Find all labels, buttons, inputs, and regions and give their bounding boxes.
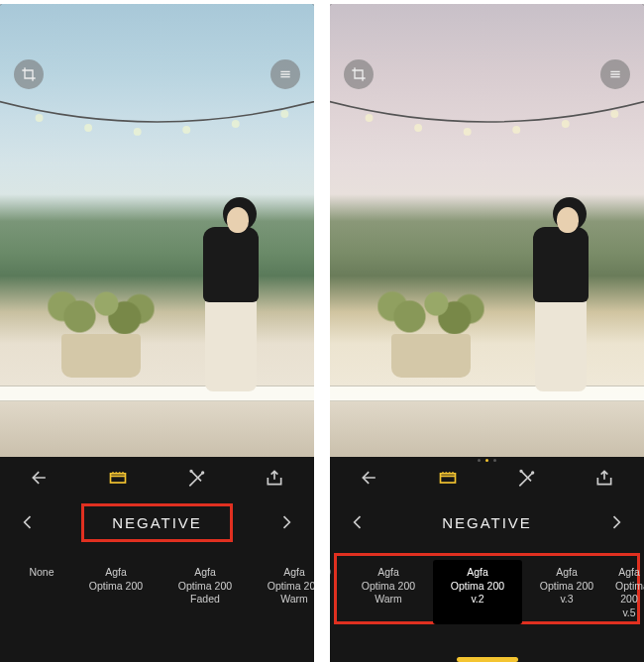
filter-item[interactable]: AgfaOptima 200v.3 [522,560,611,624]
back-button[interactable] [349,463,390,493]
phone-left: NEGATIVE 200 None AgfaOptima 200 AgfaOpt… [0,4,314,662]
crop-button[interactable] [344,59,374,89]
filter-strip[interactable]: 200 AgfaOptima 200Warm AgfaOptima 200v.2… [330,550,644,643]
tools-button[interactable] [505,463,547,493]
filter-item[interactable]: AgfaOptima 200Warm [344,560,433,624]
bottom-panel: NEGATIVE 200 None AgfaOptima 200 AgfaOpt… [0,457,314,662]
tools-icon [186,468,206,488]
share-icon [265,468,284,488]
filter-item[interactable]: AgfaOptima 200Faded [161,560,250,624]
category-label[interactable]: NEGATIVE [81,503,233,542]
menu-icon [607,66,623,82]
share-icon [594,468,614,488]
svg-point-10 [414,124,422,132]
filter-item[interactable]: AgfaOptima 200 [71,560,161,610]
svg-point-5 [280,110,288,118]
home-indicator[interactable] [457,657,518,662]
svg-point-9 [366,114,374,122]
tools-button[interactable] [175,463,217,493]
filter-item[interactable]: 200 [330,560,344,598]
share-button[interactable] [584,463,625,493]
menu-button[interactable] [270,59,300,89]
bottom-panel: NEGATIVE 200 AgfaOptima 200Warm AgfaOpti… [330,457,644,662]
category-row: NEGATIVE [330,495,644,550]
page-indicator [330,457,644,463]
svg-point-8 [202,472,204,474]
filter-item[interactable]: AgfaOptima 200v.5 [611,560,644,638]
back-button[interactable] [19,463,60,493]
chevron-left-icon[interactable] [348,512,368,532]
svg-point-4 [232,120,240,128]
crop-button[interactable] [14,59,44,89]
svg-point-12 [512,126,520,134]
chevron-right-icon[interactable] [606,512,626,532]
svg-rect-15 [440,474,455,483]
film-icon [438,468,458,488]
crop-icon [21,66,37,82]
filter-item[interactable]: None [12,560,71,598]
svg-point-17 [532,472,534,474]
category-label[interactable]: NEGATIVE [414,506,560,539]
svg-point-2 [134,128,142,136]
crop-icon [351,66,367,82]
svg-point-7 [190,471,192,473]
phone-right: NEGATIVE 200 AgfaOptima 200Warm AgfaOpti… [330,4,644,662]
menu-icon [277,66,293,82]
category-row: NEGATIVE [0,495,314,550]
back-icon [360,468,379,488]
svg-point-13 [562,120,570,128]
svg-rect-6 [110,474,125,483]
photo-preview[interactable] [0,4,314,457]
menu-button[interactable] [600,59,630,89]
photo-preview[interactable] [330,4,644,457]
svg-point-16 [520,471,522,473]
filter-strip[interactable]: 200 None AgfaOptima 200 AgfaOptima 200Fa… [0,550,314,643]
svg-point-14 [610,110,618,118]
toolbar [0,457,314,495]
film-button[interactable] [97,463,139,493]
filter-item-selected[interactable]: AgfaOptima 200v.2 [433,560,522,624]
chevron-right-icon[interactable] [276,512,296,532]
svg-point-1 [84,124,92,132]
svg-point-3 [182,126,190,134]
back-icon [30,468,50,488]
filter-item[interactable]: AgfaOptima 200Warm [250,560,314,624]
share-button[interactable] [254,463,295,493]
film-icon [108,468,128,488]
chevron-left-icon[interactable] [18,512,38,532]
film-button[interactable] [427,463,469,493]
tools-icon [516,468,536,488]
filter-item[interactable]: 200 [0,560,12,598]
svg-point-11 [464,128,472,136]
svg-point-0 [36,114,44,122]
